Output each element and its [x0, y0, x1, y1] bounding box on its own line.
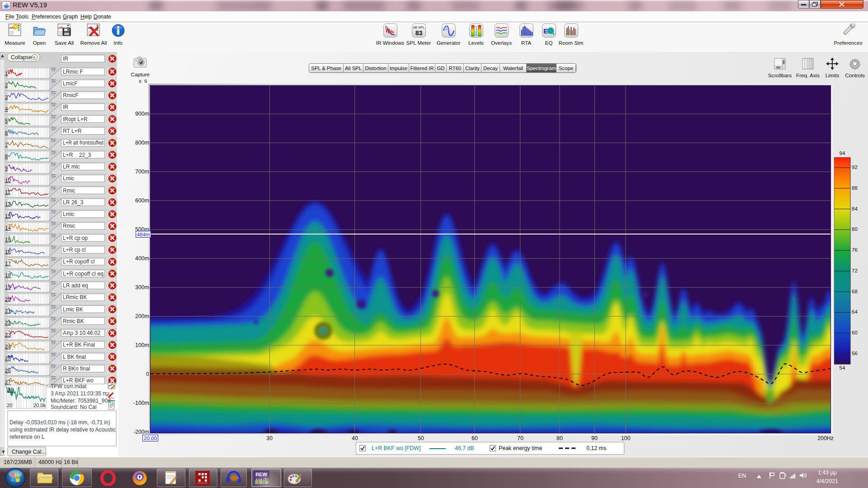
svg-text:9: 9 [5, 165, 8, 171]
svg-text:TF: TF [51, 305, 56, 310]
svg-text:18: 18 [5, 272, 11, 278]
svg-text:TF: TF [51, 198, 56, 203]
svg-text:TF: TF [51, 174, 56, 179]
svg-text:TF: TF [51, 269, 56, 274]
svg-text:5: 5 [5, 118, 8, 123]
svg-text:1: 1 [5, 70, 8, 76]
svg-text:LR mic: LR mic [63, 164, 80, 170]
svg-text:Soundcard: No Cal: Soundcard: No Cal [51, 404, 96, 410]
svg-text:L+R 22_3: L+R 22_3 [63, 152, 91, 158]
svg-text:Lmic: Lmic [63, 211, 74, 217]
svg-text:20: 20 [5, 296, 11, 302]
svg-text:using estimated IR delay relat: using estimated IR delay relative to Aco… [9, 427, 116, 433]
svg-text:TF: TF [51, 138, 56, 143]
svg-text:TF: TF [51, 293, 56, 298]
svg-text:28: 28 [7, 387, 14, 393]
svg-text:TF: TF [51, 376, 56, 381]
svg-text:TF: TF [51, 91, 56, 96]
svg-text:TF: TF [51, 257, 56, 262]
svg-text:15: 15 [5, 237, 11, 242]
svg-text:TF: TF [51, 115, 56, 120]
svg-text:20,0k: 20,0k [33, 403, 46, 408]
svg-text:«: « [33, 55, 36, 60]
svg-text:Collapse: Collapse [11, 54, 32, 61]
svg-text:reference on L: reference on L [9, 434, 45, 440]
svg-text:TF: TF [51, 103, 56, 108]
svg-text:TF: TF [51, 127, 56, 131]
svg-text:17: 17 [5, 261, 11, 266]
svg-text:TF: TF [51, 186, 56, 191]
svg-text:3 Απρ 2021 11:03:35 πμ: 3 Απρ 2021 11:03:35 πμ [51, 390, 109, 397]
svg-text:LmicF: LmicF [63, 80, 78, 87]
svg-text:L+R cp op: L+R cp op [63, 235, 88, 241]
svg-text:27: 27 [5, 380, 11, 385]
svg-text:2: 2 [5, 82, 8, 88]
svg-text:Lmic BK: Lmic BK [63, 306, 83, 313]
svg-text:dB SPL: dB SPL [413, 25, 424, 29]
svg-text:22: 22 [5, 320, 11, 325]
svg-text:14: 14 [5, 225, 11, 230]
svg-text:IR: IR [63, 56, 68, 62]
svg-text:Mic/Meter: 7053981_90d: Mic/Meter: 7053981_90d [51, 398, 111, 404]
svg-text:TF: TF [51, 317, 56, 322]
svg-text:E: E [543, 27, 548, 35]
svg-text:TF: TF [51, 245, 56, 250]
svg-text:TF: TF [51, 150, 56, 155]
svg-text:21: 21 [5, 308, 11, 314]
svg-text:24: 24 [5, 344, 11, 349]
svg-text:LR add eq: LR add eq [63, 282, 88, 289]
svg-text:RT L+R: RT L+R [63, 128, 82, 134]
svg-text:26: 26 [5, 368, 11, 373]
svg-text:LRmic F: LRmic F [63, 69, 83, 75]
svg-text:L BK final: L BK final [63, 354, 86, 360]
svg-text:LR 26_3: LR 26_3 [63, 199, 84, 206]
svg-text:TF: TF [51, 210, 56, 215]
svg-text:TF: TF [51, 79, 56, 84]
svg-text:L+R cp cl: L+R cp cl [63, 247, 85, 253]
svg-text:4: 4 [5, 106, 8, 112]
svg-text:Rmic: Rmic [63, 223, 75, 229]
svg-text:IR: IR [63, 104, 68, 110]
svg-text:TF: TF [51, 352, 56, 357]
svg-text:Change Cal...: Change Cal... [12, 449, 46, 455]
svg-text:25: 25 [5, 356, 11, 361]
svg-text:TF: TF [51, 281, 56, 286]
svg-text:16: 16 [5, 249, 11, 254]
svg-text:LRmic BK: LRmic BK [63, 294, 87, 300]
svg-text:TF: TF [51, 364, 56, 369]
svg-text:TF: TF [51, 221, 56, 226]
svg-text:IRopt L+R: IRopt L+R [63, 116, 88, 122]
svg-text:Rmic BK: Rmic BK [63, 318, 84, 324]
svg-text:TFW corr.mdat: TFW corr.mdat [51, 383, 87, 389]
svg-text:TF: TF [51, 340, 56, 345]
svg-text:TF: TF [51, 234, 56, 239]
svg-text:19: 19 [5, 284, 11, 290]
svg-text:Rmic: Rmic [63, 188, 75, 194]
svg-text:13: 13 [5, 213, 11, 219]
svg-text:Lmic: Lmic [63, 175, 74, 182]
svg-text:8: 8 [5, 154, 8, 159]
svg-text:Απρ 3 10:46:02: Απρ 3 10:46:02 [63, 330, 100, 336]
svg-text:TF: TF [51, 162, 56, 167]
svg-text:L+R alt frontstuffed: L+R alt frontstuffed [63, 140, 104, 146]
svg-text:L+R copoff cl eq: L+R copoff cl eq [63, 271, 104, 277]
svg-text:RmicF: RmicF [63, 92, 79, 99]
svg-text:R BKn final: R BKn final [63, 366, 90, 372]
svg-text:23: 23 [5, 332, 11, 338]
svg-text:TF: TF [51, 67, 56, 72]
svg-text:L+R BK Final: L+R BK Final [63, 342, 95, 348]
svg-text:83: 83 [415, 29, 422, 37]
svg-text:Delay -0,053±0,010 ms (-18 mm,: Delay -0,053±0,010 ms (-18 mm, -0,71 in) [9, 419, 110, 426]
svg-text:7: 7 [5, 142, 8, 147]
svg-text:11: 11 [5, 189, 10, 195]
svg-text:20: 20 [7, 403, 12, 408]
svg-text:L+R copoff cl: L+R copoff cl [63, 258, 94, 265]
svg-text:6: 6 [5, 130, 8, 136]
svg-text:3: 3 [5, 94, 8, 100]
svg-text:12: 12 [5, 201, 11, 206]
svg-text:10: 10 [5, 178, 11, 183]
svg-text:TF: TF [51, 328, 56, 333]
